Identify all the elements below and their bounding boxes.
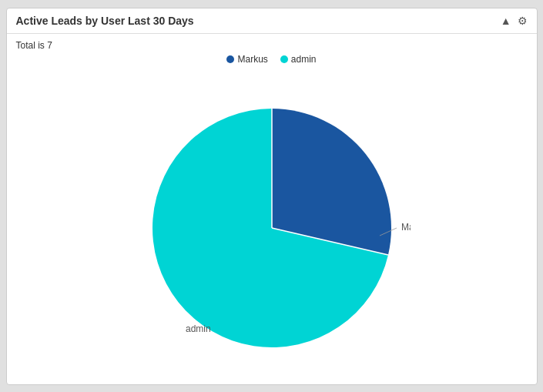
legend-label-admin: admin <box>291 54 317 65</box>
chart-legend: Markus admin <box>226 54 316 65</box>
pie-container: Markus admin <box>16 71 528 378</box>
widget-title: Active Leads by User Last 30 Days <box>16 15 194 27</box>
legend-item-markus: Markus <box>226 54 267 65</box>
widget-header: Active Leads by User Last 30 Days ▲ ⚙ <box>7 8 537 34</box>
collapse-icon[interactable]: ▲ <box>501 15 511 27</box>
admin-chart-label: admin <box>186 323 211 334</box>
total-label: Total is 7 <box>16 40 528 51</box>
markus-dot <box>226 55 234 63</box>
widget-container: Active Leads by User Last 30 Days ▲ ⚙ To… <box>6 8 538 385</box>
markus-chart-label: Markus <box>401 222 411 233</box>
legend-label-markus: Markus <box>237 54 267 65</box>
pie-chart: Markus admin <box>133 93 411 355</box>
chart-area: Markus admin Markus <box>16 54 528 378</box>
widget-body: Total is 7 Markus admin <box>7 34 537 384</box>
legend-item-admin: admin <box>280 54 317 65</box>
settings-icon[interactable]: ⚙ <box>518 15 528 27</box>
header-icons: ▲ ⚙ <box>501 15 528 27</box>
admin-dot <box>280 55 288 63</box>
